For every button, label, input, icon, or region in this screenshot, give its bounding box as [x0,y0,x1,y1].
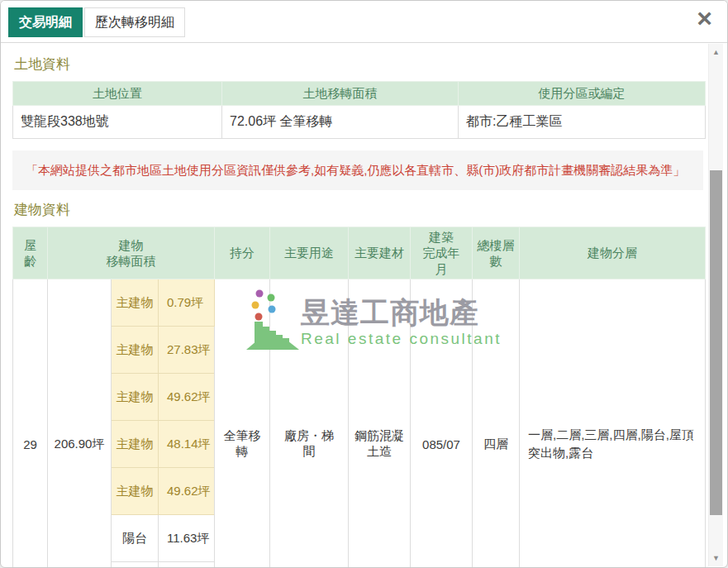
sub-row-label: 主建物 [112,279,159,327]
land-area-cell: 72.06坪 全筆移轉 [222,106,459,139]
scroll-up-icon[interactable]: ▲ [709,45,723,59]
building-header-main-use: 主要用途 [270,227,349,279]
tab-transaction-detail[interactable]: 交易明細 [8,7,83,37]
close-icon[interactable]: × [697,2,712,34]
transaction-detail-modal: 交易明細歷次轉移明細 × 土地資料 土地位置 土地移轉面積 使用分區或編定 雙龍… [0,0,728,568]
building-table: 屋 齡 建物 移轉面積 持分 主要用途 主要建材 建築 完成年 月 總樓層 數 … [12,227,706,567]
zoning-disclaimer-notice: 「本網站提供之都市地區土地使用分區資訊僅供參考,如有疑義,仍應以各直轄市、縣(市… [12,150,703,190]
building-header-total-floors: 總樓層 數 [473,227,520,279]
building-total-floors-cell: 四層 [473,279,520,567]
building-table-header-row: 屋 齡 建物 移轉面積 持分 主要用途 主要建材 建築 完成年 月 總樓層 數 … [13,227,706,279]
sub-row-label: 主建物 [112,327,159,374]
sub-row-label: 露台 [112,562,159,567]
scrollbar-thumb[interactable] [710,170,722,515]
building-share-cell: 全筆移轉 [215,279,270,567]
sub-row-value: 49.62坪 [159,374,215,421]
land-table-header-row: 土地位置 土地移轉面積 使用分區或編定 [13,82,706,106]
land-table: 土地位置 土地移轉面積 使用分區或編定 雙龍段338地號 72.06坪 全筆移轉… [12,81,706,139]
building-section-title: 建物資料 [14,200,703,219]
sub-row-value: 0.79坪 [159,279,215,327]
building-header-share: 持分 [215,227,270,279]
building-header-transfer-area: 建物 移轉面積 [48,227,215,279]
building-header-complete-date: 建築 完成年 月 [411,227,473,279]
sub-row-value: 49.62坪 [159,468,215,515]
sub-row-label: 主建物 [112,421,159,468]
land-header-location: 土地位置 [13,82,222,106]
land-table-row: 雙龍段338地號 72.06坪 全筆移轉 都市:乙種工業區 [13,106,706,139]
sub-row-label: 主建物 [112,374,159,421]
sub-row-value: 19.28坪 [159,562,215,567]
building-header-floor-list: 建物分層 [520,227,706,279]
tab-bar: 交易明細歷次轉移明細 × [1,1,727,43]
land-header-zoning: 使用分區或編定 [459,82,706,106]
sub-row-value: 11.63坪 [159,515,215,562]
modal-content: 土地資料 土地位置 土地移轉面積 使用分區或編定 雙龍段338地號 72.06坪… [1,43,727,567]
land-location-cell: 雙龍段338地號 [13,106,222,139]
land-header-area: 土地移轉面積 [222,82,459,106]
tab-transfer-history[interactable]: 歷次轉移明細 [84,7,185,37]
building-main-use-cell: 廠房・梯間 [270,279,349,567]
sub-row-label: 陽台 [112,515,159,562]
building-floor-list-cell: 一層,二層,三層,四層,陽台,屋頂突出物,露台 [520,279,706,567]
sub-row-value: 27.83坪 [159,327,215,374]
building-complete-date-cell: 085/07 [411,279,473,567]
building-sub-row: 29 206.90坪 主建物 0.79坪 全筆移轉 廠房・梯間 鋼筋混凝土造 0… [13,279,706,327]
building-header-material: 主要建材 [349,227,411,279]
sub-row-value: 48.14坪 [159,421,215,468]
land-section-title: 土地資料 [14,55,703,74]
sub-row-label: 主建物 [112,468,159,515]
land-zoning-cell: 都市:乙種工業區 [459,106,706,139]
building-age-cell: 29 [13,279,48,567]
vertical-scrollbar[interactable]: ▲ ▼ [708,44,723,566]
building-material-cell: 鋼筋混凝土造 [349,279,411,567]
scroll-down-icon[interactable]: ▼ [709,551,723,565]
building-header-age: 屋 齡 [13,227,48,279]
building-total-area-cell: 206.90坪 [48,279,112,567]
